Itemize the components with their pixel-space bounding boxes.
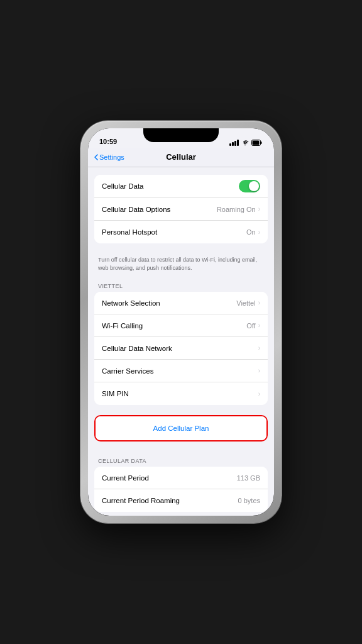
screen: 10:59 [88,128,274,516]
cellular-data-section-header: CELLULAR DATA [88,452,274,467]
status-time: 10:59 [99,138,117,146]
viettel-group: Network Selection Viettel › Wi-Fi Callin… [94,292,268,405]
cellular-main-group: Cellular Data Cellular Data Options Roam… [94,175,268,243]
network-selection-value: Viettel [236,299,255,307]
viettel-section: VIETTEL Network Selection Viettel › Wi-F… [88,277,274,405]
network-selection-right: Viettel › [236,299,260,307]
personal-hotspot-value: On [246,228,256,236]
status-icons [229,140,263,146]
chevron-icon: › [258,206,260,213]
wifi-calling-label: Wi-Fi Calling [102,322,143,330]
cellular-description: Turn off cellular data to restrict all d… [88,253,274,277]
personal-hotspot-right: On › [246,228,260,236]
chevron-icon-2: › [258,229,260,236]
sim-pin-item[interactable]: SIM PIN › [94,382,268,405]
viettel-section-header: VIETTEL [88,277,274,292]
cellular-data-network-right: › [258,345,260,352]
cellular-data-options-value: Roaming On [217,206,256,213]
chevron-icon-4: › [258,322,260,329]
wifi-calling-item[interactable]: Wi-Fi Calling Off › [94,314,268,337]
cellular-data-item[interactable]: Cellular Data [94,175,268,198]
add-cellular-plan-label: Add Cellular Plan [153,425,209,432]
current-period-label: Current Period [102,474,149,482]
chevron-icon-7: › [258,391,260,397]
battery-icon [251,140,263,146]
current-period-roaming-value: 0 bytes [238,497,260,504]
svg-point-0 [244,144,246,145]
cellular-data-group: Current Period 113 GB Current Period Roa… [94,467,268,512]
chevron-icon-5: › [258,345,260,352]
current-period-roaming-label: Current Period Roaming [102,497,180,504]
wifi-calling-value: Off [246,322,255,330]
back-label: Settings [99,153,124,161]
cellular-data-options-label: Cellular Data Options [102,206,170,213]
cellular-data-options-item[interactable]: Cellular Data Options Roaming On › [94,198,268,221]
svg-rect-3 [253,141,260,145]
back-button[interactable]: Settings [94,153,124,161]
content-scroll[interactable]: Cellular Data Cellular Data Options Roam… [88,167,274,516]
personal-hotspot-item[interactable]: Personal Hotspot On › [94,221,268,243]
carrier-services-item[interactable]: Carrier Services › [94,360,268,382]
cellular-data-options-right: Roaming On › [217,206,260,213]
signal-bars-icon [229,140,239,146]
svg-rect-2 [261,142,262,144]
sim-pin-right: › [258,391,260,397]
phone-frame: 10:59 [80,121,282,523]
carrier-services-label: Carrier Services [102,367,153,375]
add-cellular-plan-card[interactable]: Add Cellular Plan [94,415,268,441]
network-selection-item[interactable]: Network Selection Viettel › [94,292,268,314]
personal-hotspot-label: Personal Hotspot [102,228,157,236]
wifi-icon [241,140,249,146]
wifi-calling-right: Off › [246,322,260,330]
cellular-data-toggle[interactable] [239,180,260,192]
network-selection-label: Network Selection [102,299,160,307]
add-cellular-plan-item[interactable]: Add Cellular Plan [96,416,266,440]
notch [143,128,219,142]
back-chevron-icon [94,154,98,160]
cellular-data-network-item[interactable]: Cellular Data Network › [94,337,268,360]
cellular-data-label: Cellular Data [102,182,143,190]
current-period-roaming-item: Current Period Roaming 0 bytes [94,489,268,512]
current-period-item: Current Period 113 GB [94,467,268,489]
page-title: Cellular [166,152,196,162]
nav-bar: Settings Cellular [88,148,274,167]
phone-inner: 10:59 [88,128,274,516]
carrier-services-right: › [258,367,260,374]
chevron-icon-6: › [258,367,260,374]
sim-pin-label: SIM PIN [102,390,129,397]
cellular-data-network-label: Cellular Data Network [102,345,172,352]
chevron-icon-3: › [258,299,260,306]
current-period-value: 113 GB [237,474,260,482]
cellular-data-section: CELLULAR DATA Current Period 113 GB Curr… [88,452,274,512]
